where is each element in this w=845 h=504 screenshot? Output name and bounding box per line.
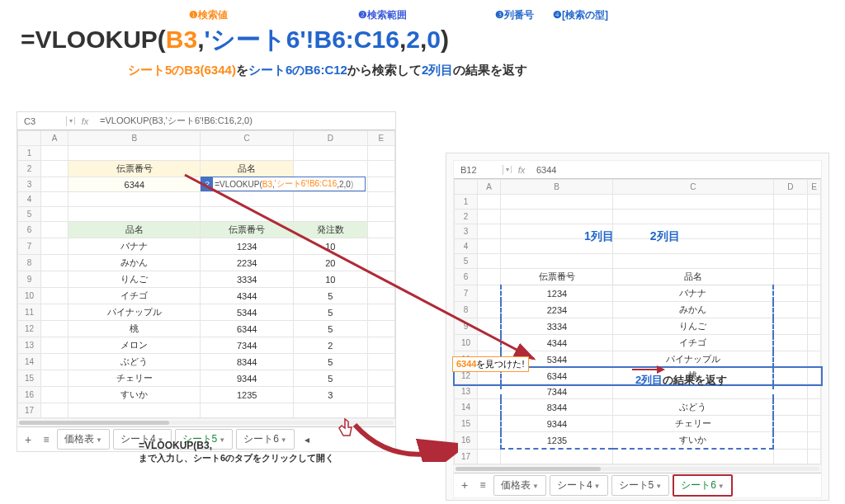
horizontal-scrollbar[interactable] <box>454 464 821 473</box>
add-sheet-button[interactable]: + <box>21 433 35 446</box>
arrow-swoosh-icon <box>351 421 458 462</box>
all-sheets-button[interactable]: ≡ <box>39 434 54 445</box>
arrow-diagonal-icon <box>183 173 546 371</box>
tab-sheet6[interactable]: シート6▼ <box>673 474 733 497</box>
add-sheet-button[interactable]: + <box>457 478 472 492</box>
svg-line-2 <box>185 175 534 359</box>
tab-price[interactable]: 価格表▼ <box>57 429 110 450</box>
tab-sheet4[interactable]: シート4▼ <box>550 475 608 496</box>
sheet-tabs-right: + ≡ 価格表▼ シート4▼ シート5▼ シート6▼ <box>454 473 821 497</box>
label-col-index: ❸列番号 <box>495 8 534 22</box>
hint-formula: =VLOOKUP(B3, <box>139 440 212 451</box>
tab-scroll-left-icon[interactable]: ◂ <box>298 431 316 448</box>
label-search-range: ❷検索範囲 <box>358 8 407 22</box>
found-callout: 6344を見つけた! <box>452 356 529 372</box>
formula-headline: =VLOOKUP(B3,'シート6'!B6:C16,2,0) <box>21 23 449 57</box>
tab-price[interactable]: 価格表▼ <box>493 475 546 496</box>
name-box-dropdown-icon[interactable]: ▾ <box>503 166 512 173</box>
col2-result-text: 2列目の結果を返す <box>635 373 727 388</box>
tab-sheet6[interactable]: シート6▼ <box>236 429 295 450</box>
name-box-bar: C3 ▾ fx =VLOOKUP(B3,'シート6'!B6:C16,2,0) <box>17 112 395 130</box>
tab-sheet5[interactable]: シート5▼ <box>611 475 670 496</box>
name-box[interactable]: C3 <box>17 116 67 126</box>
formula-bar-right[interactable]: 6344 <box>531 165 821 175</box>
pointer-hand-icon <box>335 417 355 443</box>
column-labels: 1列目 2列目 <box>584 229 680 244</box>
name-box-dropdown-icon[interactable]: ▾ <box>67 117 75 125</box>
formula-bar[interactable]: =VLOOKUP(B3,'シート6'!B6:C16,2,0) <box>95 115 395 127</box>
label-search-value: ❶検索値 <box>189 8 228 22</box>
hint-instruction: まで入力し、シート6のタブをクリックして開く <box>139 452 334 464</box>
explanation-line: シート5のB3(6344)をシート6のB6:C12から検索して2列目の結果を返す <box>128 63 527 78</box>
all-sheets-button[interactable]: ≡ <box>475 479 490 491</box>
label-match-type: ❹[検索の型] <box>553 8 608 22</box>
fx-icon: fx <box>75 116 95 126</box>
